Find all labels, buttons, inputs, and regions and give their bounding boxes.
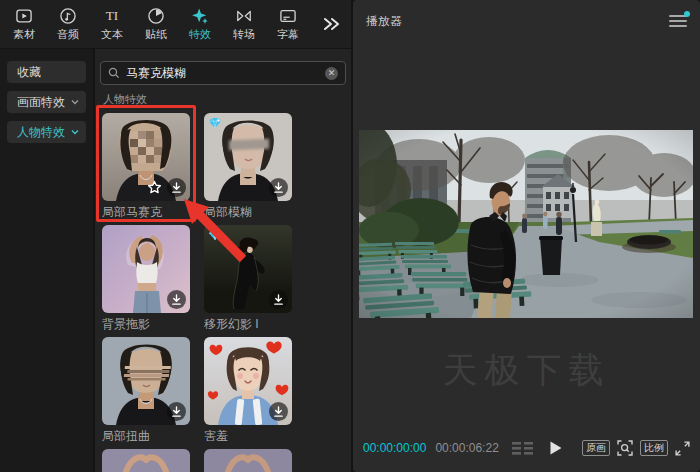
effect-label: 移形幻影 I xyxy=(204,316,292,333)
sidebar-item-screen-effects[interactable]: 画面特效 xyxy=(7,91,86,113)
search-value: 马赛克模糊 xyxy=(126,65,186,82)
player-menu-button[interactable] xyxy=(669,15,687,29)
zoom-fit-icon[interactable] xyxy=(617,440,633,456)
toolbar-expand-button[interactable] xyxy=(323,17,341,31)
effect-label: 局部马赛克 xyxy=(102,204,190,221)
section-title: 人物特效 xyxy=(103,93,346,106)
tab-captions-label: 字幕 xyxy=(277,27,299,42)
svg-text:TI: TI xyxy=(106,8,119,23)
effect-card-partial[interactable] xyxy=(204,449,292,472)
player-panel: 播放器 xyxy=(353,0,700,472)
split-view-icon[interactable] xyxy=(512,442,533,455)
tab-text[interactable]: TI 文本 xyxy=(90,6,134,42)
tab-transition[interactable]: 转场 xyxy=(222,6,266,42)
download-icon[interactable] xyxy=(167,402,186,421)
tab-media-label: 素材 xyxy=(13,27,35,42)
current-timecode: 00:00:00:00 xyxy=(363,441,426,455)
park-scene xyxy=(359,130,693,318)
download-icon[interactable] xyxy=(269,402,288,421)
tab-audio[interactable]: 音频 xyxy=(46,6,90,42)
effect-card-shy[interactable]: 害羞 xyxy=(204,337,292,445)
effect-card-local-distort[interactable]: 局部扭曲 xyxy=(102,337,190,445)
screen-effects-label: 画面特效 xyxy=(17,94,65,111)
vip-diamond-icon xyxy=(208,117,222,129)
fullscreen-icon[interactable] xyxy=(675,441,690,456)
effect-label: 局部扭曲 xyxy=(102,428,190,445)
effect-thumbnail xyxy=(204,449,292,472)
player-title: 播放器 xyxy=(366,13,402,30)
tab-captions[interactable]: 字幕 xyxy=(266,6,310,42)
search-clear-icon[interactable]: ✕ xyxy=(325,67,338,80)
player-controls: 00:00:00:00 00:00:06:22 原画 比例 xyxy=(363,437,690,459)
tab-media[interactable]: 素材 xyxy=(2,6,46,42)
favorites-label: 收藏 xyxy=(17,64,41,81)
tab-audio-label: 音频 xyxy=(57,27,79,42)
download-icon[interactable] xyxy=(269,290,288,309)
original-quality-button[interactable]: 原画 xyxy=(582,440,610,456)
search-icon xyxy=(108,67,120,79)
transition-icon xyxy=(234,6,254,26)
download-icon[interactable] xyxy=(167,178,186,197)
asset-panel: 素材 音频 TI 文本 贴纸 特效 xyxy=(0,0,351,472)
chevron-down-icon xyxy=(71,129,79,135)
effect-thumbnail xyxy=(204,337,292,425)
vip-diamond-icon xyxy=(208,229,222,241)
effect-label: 害羞 xyxy=(204,428,292,445)
double-chevron-right-icon xyxy=(323,17,341,31)
tab-effects[interactable]: 特效 xyxy=(178,6,222,42)
tab-sticker-label: 贴纸 xyxy=(145,27,167,42)
effect-thumbnail xyxy=(102,225,190,313)
media-icon xyxy=(14,6,34,26)
effect-thumbnail xyxy=(102,337,190,425)
notification-dot xyxy=(684,11,690,17)
effect-label: 局部模糊 xyxy=(204,204,292,221)
tab-sticker[interactable]: 贴纸 xyxy=(134,6,178,42)
sidebar-item-character-effects[interactable]: 人物特效 xyxy=(7,121,86,143)
effect-card-phantom[interactable]: 移形幻影 I xyxy=(204,225,292,333)
download-icon[interactable] xyxy=(167,290,186,309)
tab-transition-label: 转场 xyxy=(233,27,255,42)
video-preview[interactable] xyxy=(359,130,693,318)
play-button[interactable] xyxy=(550,441,562,455)
chevron-down-icon xyxy=(71,99,79,105)
search-input[interactable]: 马赛克模糊 ✕ xyxy=(100,61,346,85)
effects-category-sidebar: 收藏 画面特效 人物特效 xyxy=(0,49,95,472)
effect-card-local-mosaic[interactable]: 局部马赛克 xyxy=(102,113,190,221)
tab-effects-label: 特效 xyxy=(189,27,211,42)
audio-icon xyxy=(58,6,78,26)
main-toolbar: 素材 音频 TI 文本 贴纸 特效 xyxy=(0,0,351,49)
sticker-icon xyxy=(146,6,166,26)
effect-thumbnail xyxy=(102,113,190,201)
duration-timecode: 00:00:06:22 xyxy=(435,441,498,455)
tab-text-label: 文本 xyxy=(101,27,123,42)
text-icon: TI xyxy=(101,6,123,26)
captions-icon xyxy=(278,6,298,26)
character-effects-label: 人物特效 xyxy=(17,124,65,141)
effect-thumbnail xyxy=(204,225,292,313)
effect-label: 背景拖影 xyxy=(102,316,190,333)
effect-card-partial[interactable] xyxy=(102,449,190,472)
effect-card-local-blur[interactable]: 局部模糊 xyxy=(204,113,292,221)
effect-thumbnail xyxy=(204,113,292,201)
watermark-text: 天极下载 xyxy=(353,347,700,394)
effects-grid: 局部马赛克 xyxy=(102,113,346,472)
sidebar-item-favorites[interactable]: 收藏 xyxy=(7,61,86,83)
effects-list-panel: 马赛克模糊 ✕ 人物特效 xyxy=(95,49,351,472)
effect-thumbnail xyxy=(102,449,190,472)
aspect-ratio-button[interactable]: 比例 xyxy=(640,440,668,456)
download-icon[interactable] xyxy=(269,178,288,197)
effects-star-icon xyxy=(190,6,210,26)
effect-card-background-trail[interactable]: 背景拖影 xyxy=(102,225,190,333)
favorite-star-icon[interactable] xyxy=(145,178,164,197)
